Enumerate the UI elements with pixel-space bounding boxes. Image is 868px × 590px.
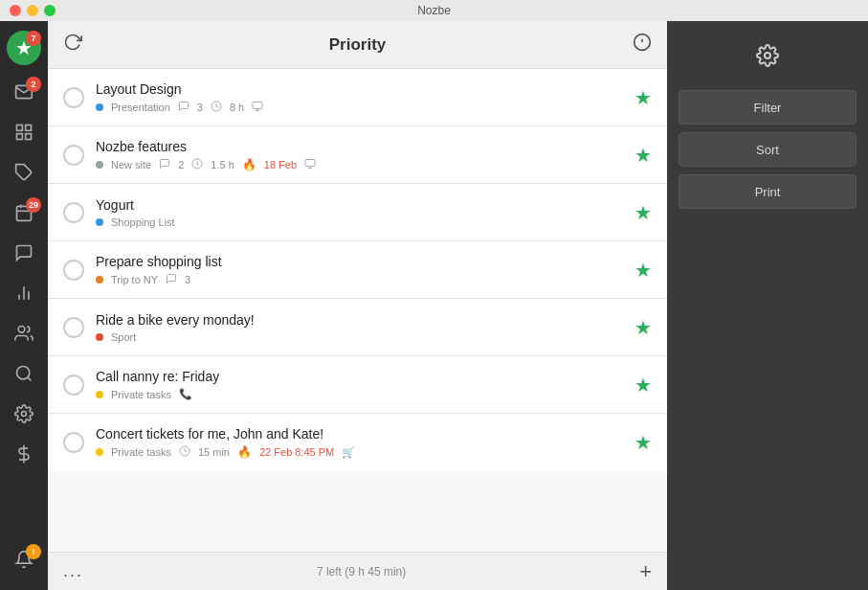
svg-point-13 xyxy=(17,366,30,378)
sidebar-item-priority[interactable]: ★ 7 xyxy=(5,29,43,67)
search-icon xyxy=(14,364,33,388)
screen-icon xyxy=(304,158,316,171)
maximize-button[interactable] xyxy=(44,5,56,16)
main-header: Priority xyxy=(48,21,667,69)
titlebar: Nozbe xyxy=(0,0,868,21)
sidebar-item-comments[interactable] xyxy=(5,236,43,274)
task-star[interactable]: ★ xyxy=(634,86,652,109)
cart-icon: 🛒 xyxy=(342,446,355,459)
time-value: 8 h xyxy=(230,102,244,113)
time-value: 15 min xyxy=(198,446,230,458)
svg-rect-21 xyxy=(253,102,262,108)
window-controls[interactable] xyxy=(10,5,56,16)
project-dot xyxy=(96,161,103,169)
svg-rect-0 xyxy=(17,125,23,130)
page-title: Priority xyxy=(329,35,387,55)
project-dot xyxy=(96,218,103,226)
project-dot xyxy=(96,448,103,456)
task-star[interactable]: ★ xyxy=(634,374,652,397)
right-panel: Filter Sort Print xyxy=(667,21,868,590)
sidebar-item-team[interactable] xyxy=(5,316,43,354)
sidebar-item-reports[interactable] xyxy=(5,276,43,314)
comment-count: 3 xyxy=(185,274,190,285)
task-item: Layout Design Presentation 3 8 h xyxy=(48,69,667,126)
main-content: Priority Layout Design Presentation xyxy=(48,21,667,590)
time-icon xyxy=(191,158,203,171)
task-star[interactable]: ★ xyxy=(634,316,652,339)
task-item: Yogurt Shopping List ★ xyxy=(48,184,667,241)
svg-line-14 xyxy=(28,376,32,380)
info-button[interactable] xyxy=(633,33,652,57)
project-label: Shopping List xyxy=(111,216,175,228)
task-title: Ride a bike every monday! xyxy=(96,312,623,328)
task-checkbox[interactable] xyxy=(63,202,84,223)
project-label: Private tasks xyxy=(111,389,171,400)
task-star[interactable]: ★ xyxy=(634,201,652,224)
project-label: Presentation xyxy=(111,102,170,113)
deadline-value: 22 Feb 8:45 PM xyxy=(259,446,334,458)
sidebar-item-inbox[interactable]: 2 xyxy=(5,75,43,113)
task-meta: Private tasks 15 min 🔥 22 Feb 8:45 PM 🛒 xyxy=(96,445,623,459)
sidebar-item-labels[interactable] xyxy=(5,155,43,193)
project-dot xyxy=(96,391,103,398)
sidebar-item-calendar[interactable]: 29 xyxy=(5,195,43,234)
sort-button[interactable]: Sort xyxy=(679,132,857,167)
close-button[interactable] xyxy=(10,5,21,16)
comment-count: 2 xyxy=(178,159,184,170)
task-checkbox[interactable] xyxy=(63,374,84,396)
sidebar-item-projects[interactable] xyxy=(5,115,43,153)
add-task-button[interactable]: + xyxy=(639,559,652,584)
task-checkbox[interactable] xyxy=(63,145,84,166)
time-icon xyxy=(211,101,222,114)
svg-rect-2 xyxy=(26,133,32,139)
inbox-badge: 2 xyxy=(26,77,41,92)
task-content: Call nanny re: Friday Private tasks 📞 xyxy=(96,369,623,400)
time-value: 1.5 h xyxy=(211,159,234,170)
print-button[interactable]: Print xyxy=(679,174,857,209)
task-content: Ride a bike every monday! Sport xyxy=(96,312,623,343)
task-item: Nozbe features New site 2 1.5 h 🔥 xyxy=(48,126,667,184)
sidebar-item-payments[interactable] xyxy=(5,437,43,475)
sidebar: ★ 7 2 29 xyxy=(0,21,48,590)
task-star[interactable]: ★ xyxy=(634,259,652,282)
task-item: Concert tickets for me, John and Kate! P… xyxy=(48,414,667,471)
settings-icon xyxy=(14,404,33,428)
task-star[interactable]: ★ xyxy=(634,144,652,167)
reports-icon xyxy=(14,284,33,307)
task-count: 7 left (9 h 45 min) xyxy=(317,565,406,579)
task-list: Layout Design Presentation 3 8 h xyxy=(48,69,667,552)
more-options-button[interactable]: ... xyxy=(63,561,83,581)
project-dot xyxy=(96,103,103,111)
task-item: Call nanny re: Friday Private tasks 📞 ★ xyxy=(48,356,667,414)
task-content: Layout Design Presentation 3 8 h xyxy=(96,81,623,114)
task-title: Concert tickets for me, John and Kate! xyxy=(96,426,623,442)
task-checkbox[interactable] xyxy=(63,260,84,281)
comments-icon xyxy=(14,243,33,267)
sidebar-item-search[interactable] xyxy=(5,356,43,395)
minimize-button[interactable] xyxy=(27,5,38,16)
task-checkbox[interactable] xyxy=(63,432,84,453)
refresh-button[interactable] xyxy=(63,33,82,57)
priority-badge: 7 xyxy=(26,31,41,46)
gear-button[interactable] xyxy=(748,36,787,75)
phone-icon: 📞 xyxy=(179,388,192,400)
task-star[interactable]: ★ xyxy=(634,431,652,454)
task-content: Nozbe features New site 2 1.5 h 🔥 xyxy=(96,139,623,171)
filter-button[interactable]: Filter xyxy=(679,90,857,125)
task-meta: Shopping List xyxy=(96,216,623,228)
time-icon xyxy=(179,445,190,459)
svg-rect-25 xyxy=(305,159,315,166)
task-meta: Private tasks 📞 xyxy=(96,388,623,400)
deadline-value: 18 Feb xyxy=(264,159,297,170)
task-item: Prepare shopping list Trip to NY 3 ★ xyxy=(48,241,667,299)
task-content: Prepare shopping list Trip to NY 3 xyxy=(96,254,623,286)
task-checkbox[interactable] xyxy=(63,317,84,338)
sidebar-item-settings[interactable] xyxy=(5,397,43,435)
task-checkbox[interactable] xyxy=(63,87,84,108)
projects-icon xyxy=(14,123,33,147)
sidebar-item-notifications[interactable]: ! xyxy=(5,542,43,580)
task-meta: New site 2 1.5 h 🔥 18 Feb xyxy=(96,158,623,171)
project-dot xyxy=(96,276,103,284)
calendar-badge: 29 xyxy=(26,197,41,213)
task-title: Nozbe features xyxy=(96,139,623,154)
